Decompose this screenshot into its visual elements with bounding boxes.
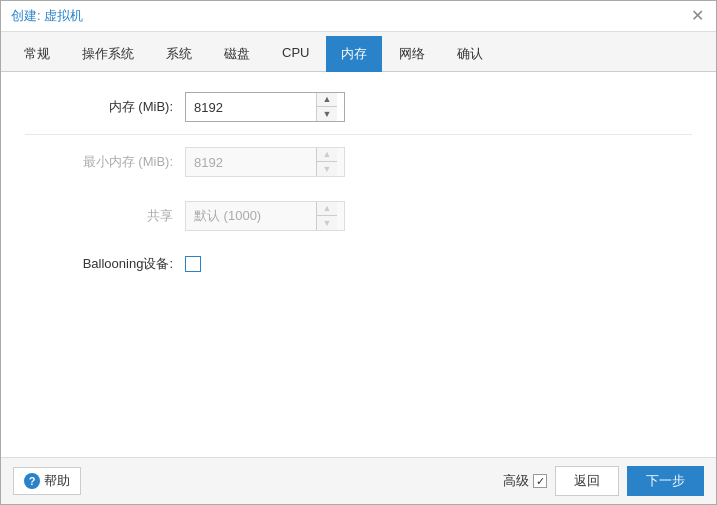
memory-row: 内存 (MiB): ▲ ▼ — [25, 92, 692, 135]
help-icon: ? — [24, 473, 40, 489]
min-memory-label: 最小内存 (MiB): — [25, 153, 185, 171]
ballooning-checkbox-container — [185, 256, 201, 272]
return-button[interactable]: 返回 — [555, 466, 619, 496]
min-memory-spinbox: ▲ ▼ — [185, 147, 345, 177]
close-button[interactable]: ✕ — [688, 7, 706, 25]
min-memory-increment: ▲ — [317, 148, 337, 162]
tab-cpu[interactable]: CPU — [267, 36, 324, 71]
ballooning-label: Ballooning设备: — [25, 255, 185, 273]
min-memory-row: 最小内存 (MiB): ▲ ▼ — [25, 147, 692, 189]
memory-increment[interactable]: ▲ — [317, 93, 337, 107]
title-bar: 创建: 虚拟机 ✕ — [1, 1, 716, 32]
tab-disk[interactable]: 磁盘 — [209, 36, 265, 71]
min-memory-input — [186, 151, 316, 174]
min-memory-arrows: ▲ ▼ — [316, 148, 337, 176]
share-arrows: ▲ ▼ — [316, 202, 337, 230]
share-row: 共享 ▲ ▼ — [25, 201, 692, 243]
help-label: 帮助 — [44, 472, 70, 490]
next-button[interactable]: 下一步 — [627, 466, 704, 496]
share-label: 共享 — [25, 207, 185, 225]
ballooning-checkbox[interactable] — [185, 256, 201, 272]
footer: ? 帮助 高级 返回 下一步 — [1, 457, 716, 504]
memory-input[interactable] — [186, 96, 316, 119]
tab-memory[interactable]: 内存 — [326, 36, 382, 72]
tab-os[interactable]: 操作系统 — [67, 36, 149, 71]
min-memory-decrement: ▼ — [317, 162, 337, 176]
advanced-area: 高级 — [503, 472, 547, 490]
help-button[interactable]: ? 帮助 — [13, 467, 81, 495]
footer-left: ? 帮助 — [13, 467, 81, 495]
share-decrement: ▼ — [317, 216, 337, 230]
ballooning-row: Ballooning设备: — [25, 255, 692, 285]
memory-spinbox: ▲ ▼ — [185, 92, 345, 122]
advanced-checkbox[interactable] — [533, 474, 547, 488]
share-input — [186, 205, 316, 228]
tab-confirm[interactable]: 确认 — [442, 36, 498, 71]
tab-general[interactable]: 常规 — [9, 36, 65, 71]
memory-label: 内存 (MiB): — [25, 98, 185, 116]
content-area: 内存 (MiB): ▲ ▼ 最小内存 (MiB): ▲ ▼ 共享 — [1, 72, 716, 457]
memory-decrement[interactable]: ▼ — [317, 107, 337, 121]
tab-system[interactable]: 系统 — [151, 36, 207, 71]
tabs-bar: 常规 操作系统 系统 磁盘 CPU 内存 网络 确认 — [1, 32, 716, 72]
share-spinbox: ▲ ▼ — [185, 201, 345, 231]
tab-network[interactable]: 网络 — [384, 36, 440, 71]
share-increment: ▲ — [317, 202, 337, 216]
dialog: 创建: 虚拟机 ✕ 常规 操作系统 系统 磁盘 CPU 内存 网络 确认 内存 … — [0, 0, 717, 505]
memory-arrows: ▲ ▼ — [316, 93, 337, 121]
footer-right: 高级 返回 下一步 — [503, 466, 704, 496]
advanced-label: 高级 — [503, 472, 529, 490]
dialog-title: 创建: 虚拟机 — [11, 7, 83, 25]
